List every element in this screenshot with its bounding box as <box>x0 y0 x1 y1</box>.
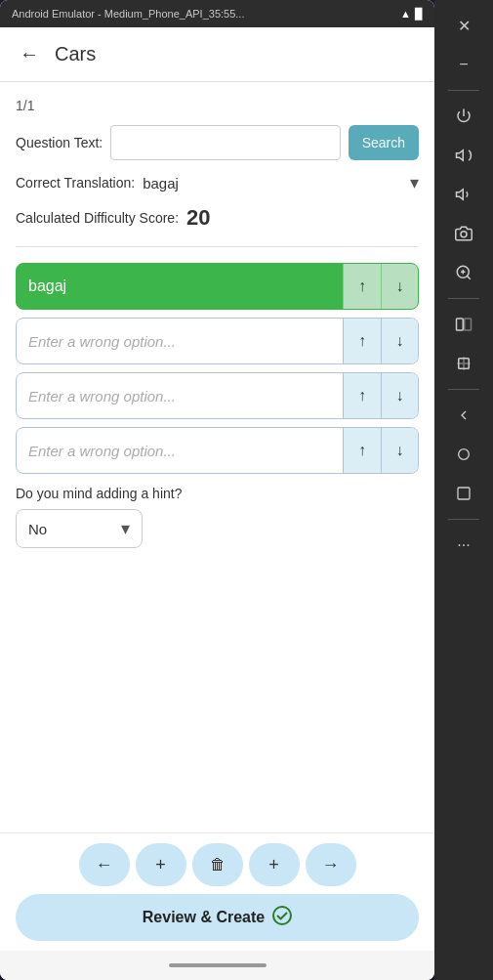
review-create-button[interactable]: Review & Create <box>16 894 419 941</box>
add-left-button[interactable]: + <box>136 843 186 886</box>
wrong-option-btn-group-1: ↑ ↓ <box>343 319 418 363</box>
correct-option-btn-group: ↑ ↓ <box>343 264 418 309</box>
trash-icon: 🗑 <box>210 856 226 873</box>
wifi-signal-icon: ▲ <box>400 8 411 20</box>
side-divider-3 <box>448 389 479 390</box>
emulator-minimize-button[interactable]: − <box>444 47 483 82</box>
correct-option-row: ↑ ↓ <box>16 263 419 310</box>
side-panel: ✕ − <box>434 0 493 980</box>
options-container: ↑ ↓ ↑ ↓ ↑ ↓ <box>16 263 419 474</box>
correct-translation-row: Correct Translation: bagaj ▾ <box>16 172 419 193</box>
svg-rect-12 <box>458 488 470 499</box>
wrong-option-1-up-button[interactable]: ↑ <box>344 319 381 363</box>
add-right-button[interactable]: + <box>249 843 300 886</box>
review-create-check-icon <box>272 906 292 930</box>
phone-frame: Android Emulator - Medium_Phone_API_35:5… <box>0 0 434 980</box>
side-divider-4 <box>448 519 479 520</box>
wrong-option-3-up-button[interactable]: ↑ <box>344 428 381 473</box>
difficulty-label: Calculated Difficulty Score: <box>16 210 179 226</box>
wrong-option-row-1: ↑ ↓ <box>16 318 419 364</box>
wrong-option-btn-group-2: ↑ ↓ <box>343 373 418 418</box>
svg-point-11 <box>459 449 470 460</box>
android-recents-icon[interactable] <box>444 476 483 511</box>
svg-rect-9 <box>465 319 472 330</box>
wrong-option-2-down-button[interactable]: ↓ <box>381 373 418 418</box>
wrong-option-row-2: ↑ ↓ <box>16 372 419 419</box>
add-right-icon: + <box>268 855 279 875</box>
flip-horizontal-icon[interactable] <box>444 307 483 342</box>
camera-icon[interactable] <box>444 216 483 251</box>
hint-dropdown-arrow-icon: ▾ <box>121 518 130 539</box>
android-back-icon[interactable] <box>444 398 483 433</box>
delete-button[interactable]: 🗑 <box>192 843 243 886</box>
add-left-icon: + <box>155 855 166 875</box>
svg-rect-8 <box>457 319 464 330</box>
toolbar-buttons: ← + 🗑 + → <box>16 843 419 886</box>
wrong-option-input-2[interactable] <box>17 373 343 418</box>
correct-option-input[interactable] <box>17 264 343 309</box>
bottom-toolbar: ← + 🗑 + → Review & Create <box>0 832 434 951</box>
app-title: Cars <box>55 43 96 65</box>
wrong-option-row-3: ↑ ↓ <box>16 427 419 474</box>
question-counter: 1/1 <box>16 98 419 113</box>
search-button[interactable]: Search <box>349 125 419 160</box>
hint-dropdown-value: No <box>28 521 121 537</box>
next-question-button[interactable]: → <box>306 843 356 886</box>
side-divider-1 <box>448 90 479 91</box>
divider <box>16 246 419 247</box>
volume-up-icon[interactable] <box>444 138 483 173</box>
correct-translation-label: Correct Translation: <box>16 175 135 191</box>
svg-point-0 <box>273 907 291 924</box>
wrong-option-btn-group-3: ↑ ↓ <box>343 428 418 473</box>
hint-section: Do you mind adding a hint? No ▾ <box>16 486 419 548</box>
hint-label: Do you mind adding a hint? <box>16 486 419 501</box>
android-home-icon[interactable] <box>444 437 483 472</box>
side-divider-2 <box>448 298 479 299</box>
question-text-row: Question Text: Search <box>16 125 419 160</box>
wrong-option-3-down-button[interactable]: ↓ <box>381 428 418 473</box>
zoom-in-icon[interactable] <box>444 255 483 290</box>
question-text-label: Question Text: <box>16 135 103 150</box>
emulator-close-button[interactable]: ✕ <box>444 8 483 43</box>
rotate-icon[interactable] <box>444 346 483 381</box>
emulator-title: Android Emulator - Medium_Phone_API_35:5… <box>12 8 244 20</box>
hint-dropdown[interactable]: No ▾ <box>16 509 143 548</box>
svg-line-5 <box>467 276 470 278</box>
svg-marker-2 <box>457 190 464 200</box>
review-create-label: Review & Create <box>143 909 265 926</box>
back-button[interactable]: ← <box>16 39 43 69</box>
battery-icon: ▉ <box>415 8 423 21</box>
prev-arrow-icon: ← <box>96 855 113 875</box>
status-bar: Android Emulator - Medium_Phone_API_35:5… <box>0 0 434 27</box>
correct-translation-dropdown-arrow[interactable]: ▾ <box>410 172 419 193</box>
back-arrow-icon: ← <box>20 43 39 64</box>
question-text-input[interactable] <box>110 125 340 160</box>
home-indicator <box>0 951 434 980</box>
spacer <box>16 560 419 817</box>
volume-down-icon[interactable] <box>444 177 483 212</box>
difficulty-score: 20 <box>186 205 210 231</box>
wrong-option-input-1[interactable] <box>17 319 343 363</box>
svg-point-3 <box>461 232 467 237</box>
status-bar-right: ▲ ▉ <box>400 8 423 21</box>
more-options-icon[interactable]: ··· <box>444 528 483 563</box>
home-bar <box>169 963 267 967</box>
correct-option-down-button[interactable]: ↓ <box>381 264 418 309</box>
difficulty-row: Calculated Difficulty Score: 20 <box>16 205 419 231</box>
next-arrow-icon: → <box>322 855 340 875</box>
main-content: 1/1 Question Text: Search Correct Transl… <box>0 82 434 832</box>
app-bar: ← Cars <box>0 27 434 82</box>
correct-translation-value: bagaj <box>143 175 402 192</box>
wrong-option-2-up-button[interactable]: ↑ <box>344 373 381 418</box>
wrong-option-input-3[interactable] <box>17 428 343 473</box>
svg-marker-1 <box>457 150 464 161</box>
power-icon[interactable] <box>444 99 483 134</box>
prev-question-button[interactable]: ← <box>79 843 130 886</box>
correct-option-up-button[interactable]: ↑ <box>344 264 381 309</box>
wrong-option-1-down-button[interactable]: ↓ <box>381 319 418 363</box>
